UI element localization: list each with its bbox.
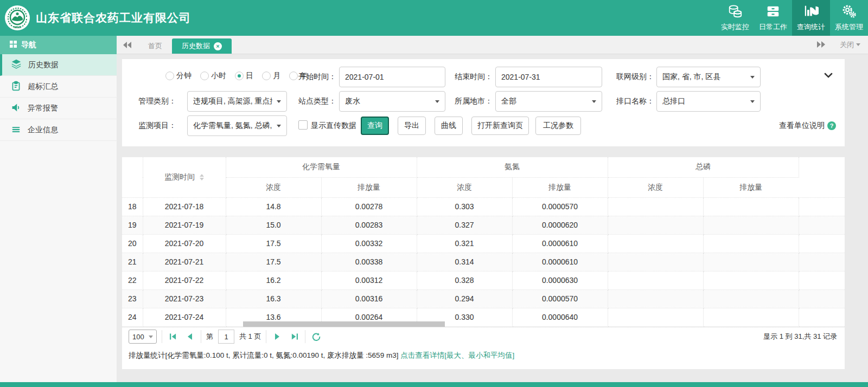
city-select[interactable]: 全部 [495,91,602,112]
date-link[interactable]: 2021-07-20 [143,234,226,253]
row-number: 21 [122,253,143,271]
first-page-icon[interactable] [167,331,179,343]
record-count-info: 显示 1 到 31,共 31 记录 [763,332,837,341]
export-button[interactable]: 导出 [398,117,426,135]
close-icon[interactable]: × [214,42,222,50]
direct-data-label: 显示直传数据 [311,121,356,131]
monitor-time-header[interactable]: 监测时间 [143,157,226,197]
end-time-label: 结束时间： [446,72,493,82]
page-number-input[interactable] [218,330,234,344]
cell [799,197,845,216]
nav-daily-work[interactable]: 日常工作 [754,0,792,36]
sidebar-item-history-data[interactable]: 历史数据 [0,54,117,76]
chevron-down-icon [277,125,281,127]
mgmt-category-select[interactable]: 违规项目, 高架源, 重点排 [187,91,287,112]
working-params-button[interactable]: 工况参数 [535,117,581,135]
radio-day[interactable]: 日 [235,71,253,81]
chevron-down-icon [435,100,439,103]
outlet-name-select[interactable]: 总排口 [656,91,761,112]
outlet-name-value: 总排口 [662,96,685,106]
next-page-icon[interactable] [271,331,283,343]
sidebar-item-exceedance-summary[interactable]: 超标汇总 [0,76,117,98]
refresh-icon[interactable] [310,331,322,343]
tab-history-data[interactable]: 历史数据 × [172,38,232,54]
emission-stats-text: 排放量统计[化学需氧量:0.100 t, 累计流量:0 t, 氨氮:0.0019… [129,351,398,359]
monitor-items-select[interactable]: 化学需氧量, 氨氮, 总磷, 总 [187,115,287,136]
cell [703,234,799,253]
divider [201,330,201,343]
monitor-time-label: 监测时间 [164,172,195,181]
date-link[interactable]: 2021-07-18 [143,197,226,216]
cell [703,289,799,308]
database-icon [727,4,743,21]
speaker-icon [11,102,21,114]
direct-data-checkbox[interactable] [298,120,308,130]
radio-month[interactable]: 月 [262,71,280,81]
nav-query-statistics[interactable]: 查询统计 [792,0,830,36]
unit-help-link[interactable]: 查看单位说明 ? [779,121,836,131]
emission-stats: 排放量统计[化学需氧量:0.100 t, 累计流量:0 t, 氨氮:0.0019… [122,346,845,366]
view-detail-link[interactable]: 点击查看详情[最大、最小和平均值] [400,351,514,359]
fast-forward-icon[interactable] [817,41,826,49]
bottom-accent-bar [0,382,868,387]
filter-collapse-chevron-icon[interactable] [824,71,833,80]
open-new-query-button[interactable]: 打开新查询页 [471,117,529,135]
chevron-down-icon [277,100,281,103]
date-link[interactable]: 2021-07-19 [143,216,226,234]
radio-hour[interactable]: 小时 [200,71,226,81]
curve-button[interactable]: 曲线 [435,117,463,135]
page-size-select[interactable]: 100 [129,330,157,344]
chevron-down-icon [750,76,755,79]
table-row: 21 2021-07-21 17.5 0.00338 0.314 0.00006… [122,253,845,271]
cell: 0.00332 [321,234,417,253]
end-time-input[interactable] [495,67,602,87]
top-header: MEE 山东省联合农药工业有限公司 实时监控 [0,0,868,36]
cell: 0.00316 [321,289,417,308]
cell: 0.321 [417,234,512,253]
date-link[interactable]: 2021-07-22 [143,271,226,289]
nav-system-management[interactable]: 系统管理 [830,0,868,36]
close-menu-label: 关闭 [840,40,854,50]
site-type-value: 废水 [345,96,360,106]
nav-label: 日常工作 [759,22,787,32]
cell: 16.2 [226,271,321,289]
tab-label: 历史数据 [182,41,210,51]
radio-label: 小时 [211,71,226,81]
cell [608,216,703,234]
sidebar-header: 导航 [0,36,117,54]
cod-concentration-header: 浓度 [226,177,321,197]
end-time-value[interactable] [501,73,596,81]
prev-page-icon[interactable] [184,331,196,343]
site-type-select[interactable]: 废水 [339,91,445,112]
rewind-icon[interactable] [117,36,138,54]
date-link[interactable]: 2021-07-21 [143,253,226,271]
start-time-input[interactable] [339,67,445,87]
data-table-panel: 监测时间 化学需氧量 氨氮 总磷 浓度 排放量 [122,157,845,369]
row-number: 19 [122,216,143,234]
ammonia-concentration-header: 浓度 [417,177,512,197]
nav-label: 实时监控 [721,22,749,32]
cod-group-header: 化学需氧量 [226,157,417,177]
cell: 0.0000570 [512,289,608,308]
radio-minute[interactable]: 分钟 [165,71,192,81]
tab-label: 首页 [148,41,162,51]
nav-realtime-monitor[interactable]: 实时监控 [716,0,754,36]
network-level-select[interactable]: 国家, 省, 市, 区县 [656,67,761,87]
tab-home[interactable]: 首页 [138,38,172,54]
period-radio-group: 分钟 小时 日 月 年 [165,71,308,81]
row-number: 20 [122,234,143,253]
drawers-icon [765,4,781,21]
sidebar-item-enterprise-info[interactable]: 企业信息 [0,119,117,141]
last-page-icon[interactable] [288,331,300,343]
start-time-value[interactable] [345,73,439,81]
city-label: 所属地市： [446,96,493,106]
sidebar-item-abnormal-alarm[interactable]: 异常报警 [0,98,117,119]
date-link[interactable]: 2021-07-23 [143,289,226,308]
row-number: 22 [122,271,143,289]
close-tabs-menu[interactable]: 关闭 [840,40,860,50]
query-button[interactable]: 查询 [361,117,389,135]
horizontal-scrollbar [122,321,845,327]
horizontal-scrollbar-thumb[interactable] [243,321,445,327]
radio-label: 分钟 [176,71,192,81]
sort-icon [200,174,204,180]
